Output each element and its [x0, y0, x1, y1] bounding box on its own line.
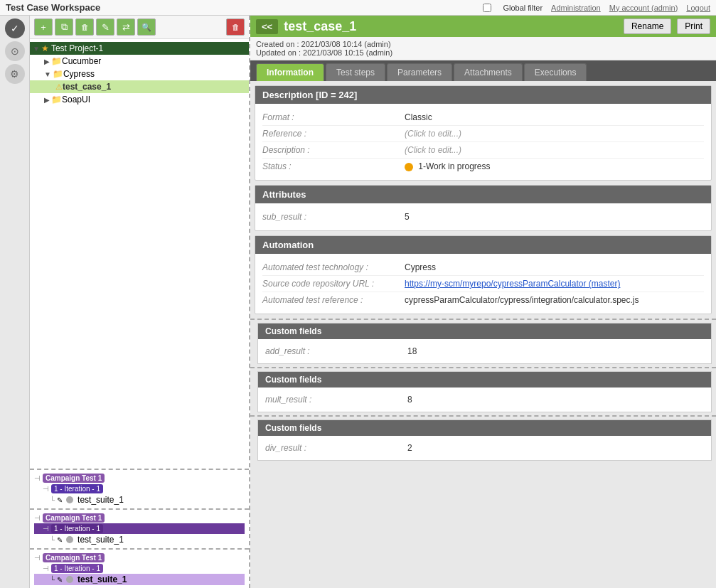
target-sidebar-icon[interactable]: ⊙: [5, 41, 25, 61]
mult-result-label: mult_result :: [265, 395, 407, 405]
tab-executions[interactable]: Executions: [524, 63, 587, 81]
updated-label: Updated on :: [256, 48, 301, 57]
iteration-row-3[interactable]: ⊣ 1 - Iteration - 1: [34, 563, 245, 574]
search-node-button[interactable]: 🔍: [137, 18, 156, 36]
custom-fields-header-2: Custom fields: [258, 372, 711, 387]
tree-node-test-case-1[interactable]: ⚠ test_case_1: [30, 80, 249, 93]
campaign-badge-2: Campaign Test 1: [43, 513, 105, 523]
field-repo-url: Source code repository URL : https://my-…: [262, 276, 704, 292]
top-nav: Global filter Administration My account …: [483, 4, 710, 12]
custom-fields-body-3: div_result : 2: [258, 436, 711, 460]
field-format: Format : Classic: [262, 109, 704, 126]
add-node-button[interactable]: +: [34, 18, 53, 36]
iteration-badge-3: 1 - Iteration - 1: [51, 564, 103, 573]
attributes-header: Attributes: [255, 186, 711, 203]
iteration-row-1[interactable]: ⊣ 1 - Iteration - 1: [34, 483, 245, 494]
left-panel: + ⧉ 🗑 ✎ ⇄ 🔍 🗑 ▼ ★ Test Project-1 ▶ 📁 Cuc…: [30, 16, 250, 588]
custom-fields-split-1: Custom fields add_result : 18: [250, 319, 716, 367]
suite-row-2[interactable]: └ ✎ test_suite_1: [34, 534, 245, 545]
custom-fields-section-2: Custom fields mult_result : 8: [257, 371, 712, 412]
tab-test-steps[interactable]: Test steps: [326, 63, 385, 81]
right-panel: << test_case_1 Rename Print Created on :…: [250, 16, 716, 588]
tab-information[interactable]: Information: [256, 63, 324, 81]
add-result-label: add_result :: [265, 346, 407, 356]
mult-result-value: 8: [407, 395, 412, 405]
copy-node-button[interactable]: ⧉: [55, 18, 73, 36]
tree-node-cypress[interactable]: ▼ 📁 Cypress: [30, 68, 249, 80]
cucumber-label: Cucumber: [62, 56, 101, 66]
format-label: Format :: [262, 112, 405, 122]
description-value[interactable]: (Click to edit...): [405, 145, 461, 155]
my-account-link[interactable]: My account (admin): [609, 4, 678, 12]
iteration-row-2[interactable]: ⊣ 1 - Iteration - 1: [34, 523, 245, 534]
toggle-cucumber[interactable]: ▶: [44, 58, 50, 65]
field-description[interactable]: Description : (Click to edit...): [262, 142, 704, 159]
suite-row-1[interactable]: └ ✎ test_suite_1: [34, 494, 245, 506]
project-label: Test Project-1: [51, 43, 103, 53]
description-header: Description [ID = 242]: [255, 86, 711, 104]
suite-row-3[interactable]: └ ✎ test_suite_1: [34, 574, 245, 585]
iteration-badge-1: 1 - Iteration - 1: [51, 484, 103, 493]
sub-result-label: sub_result :: [262, 212, 405, 222]
status-label: Status :: [262, 161, 405, 171]
rename-button[interactable]: Rename: [624, 18, 671, 34]
custom-fields-section-1: Custom fields add_result : 18: [257, 323, 712, 364]
add-result-value: 18: [407, 346, 417, 356]
print-button[interactable]: Print: [677, 18, 710, 34]
auto-tech-label: Automated test technology :: [262, 262, 405, 272]
div-result-value: 2: [407, 443, 412, 453]
tree-area: ▼ ★ Test Project-1 ▶ 📁 Cucumber ▼ 📁 Cypr…: [30, 39, 249, 469]
toggle-cypress[interactable]: ▼: [44, 70, 51, 78]
toggle-soapui[interactable]: ▶: [44, 96, 50, 104]
iteration-badge-2: 1 - Iteration - 1: [51, 524, 103, 533]
case-title: test_case_1: [284, 19, 618, 34]
campaign-section-1: ⊣ Campaign Test 1 ⊣ 1 - Iteration - 1 └ …: [30, 469, 249, 508]
format-value: Classic: [405, 112, 432, 122]
reference-value[interactable]: (Click to edit...): [405, 129, 461, 139]
edit-node-button[interactable]: ✎: [96, 18, 114, 36]
repo-url-value[interactable]: https://my-scm/myrepo/cypressParamCalcul…: [405, 279, 620, 289]
global-filter-checkbox[interactable]: [483, 4, 491, 12]
field-reference[interactable]: Reference : (Click to edit...): [262, 126, 704, 142]
main-layout: ✓ ⊙ ⚙ + ⧉ 🗑 ✎ ⇄ 🔍 🗑 ▼ ★ Test Project-1: [0, 16, 716, 588]
div-result-label: div_result :: [265, 443, 407, 453]
tab-attachments[interactable]: Attachments: [454, 63, 523, 81]
folder-icon-cypress: 📁: [53, 69, 63, 79]
back-button[interactable]: <<: [256, 19, 278, 34]
custom-fields-section-3: Custom fields div_result : 2: [257, 419, 712, 461]
tab-parameters[interactable]: Parameters: [387, 63, 452, 81]
header-bar: << test_case_1 Rename Print: [250, 16, 716, 37]
move-node-button[interactable]: ⇄: [117, 18, 135, 36]
campaign-section-2: ⊣ Campaign Test 1 ⊣ 1 - Iteration - 1 └ …: [30, 508, 249, 548]
content-area: Description [ID = 242] Format : Classic …: [250, 81, 716, 588]
tree-node-project[interactable]: ▼ ★ Test Project-1: [30, 42, 249, 55]
suite-label-1: test_suite_1: [78, 495, 124, 505]
custom-fields-container-1: Custom fields add_result : 18: [253, 320, 716, 367]
topbar: Test Case Workspace Global filter Admini…: [0, 0, 716, 16]
logout-link[interactable]: Logout: [686, 4, 710, 12]
cypress-label: Cypress: [63, 69, 95, 79]
star-icon: ★: [41, 43, 49, 53]
tree-node-cucumber[interactable]: ▶ 📁 Cucumber: [30, 55, 249, 68]
custom-fields-container-2: Custom fields mult_result : 8: [253, 368, 716, 415]
description-body: Format : Classic Reference : (Click to e…: [255, 104, 711, 180]
automation-body: Automated test technology : Cypress Sour…: [255, 254, 711, 314]
campaign-row-1[interactable]: ⊣ Campaign Test 1: [34, 473, 245, 483]
campaign-row-3[interactable]: ⊣ Campaign Test 1: [34, 552, 245, 563]
check-sidebar-icon[interactable]: ✓: [5, 18, 25, 38]
settings-sidebar-icon[interactable]: ⚙: [5, 64, 25, 84]
tree-node-soapui[interactable]: ▶ 📁 SoapUI: [30, 93, 249, 106]
campaign-row-2[interactable]: ⊣ Campaign Test 1: [34, 513, 245, 523]
auto-ref-label: Automated test reference :: [262, 295, 405, 305]
automation-section: Automation Automated test technology : C…: [255, 235, 712, 314]
admin-link[interactable]: Administration: [551, 4, 601, 12]
suite-label-3: test_suite_1: [78, 574, 127, 584]
field-auto-ref: Automated test reference : cypressParamC…: [262, 292, 704, 308]
campaign-section-3: ⊣ Campaign Test 1 ⊣ 1 - Iteration - 1 └ …: [30, 548, 249, 588]
delete-red-button[interactable]: 🗑: [226, 18, 245, 36]
custom-fields-container-3: Custom fields div_result : 2: [253, 417, 716, 464]
updated-value: 2021/03/08 10:15 (admin): [303, 48, 392, 57]
delete-node-button[interactable]: 🗑: [75, 18, 94, 36]
toggle-project[interactable]: ▼: [33, 45, 40, 53]
custom-fields-split-2: Custom fields mult_result : 8: [250, 367, 716, 415]
